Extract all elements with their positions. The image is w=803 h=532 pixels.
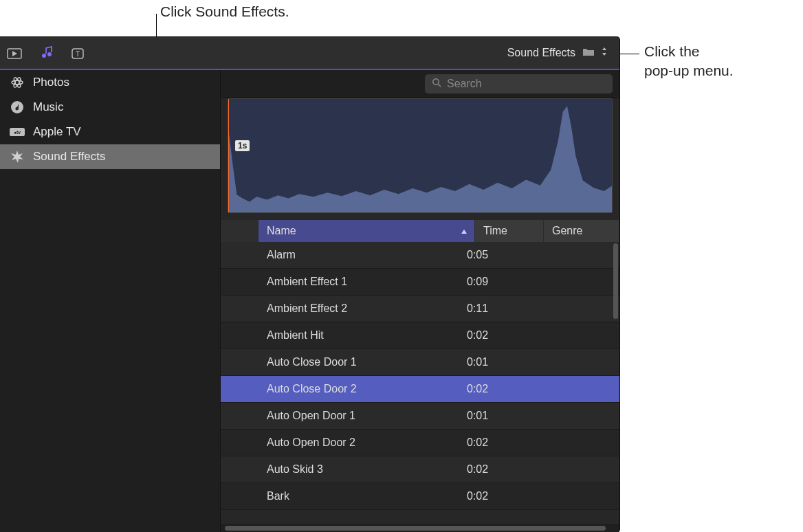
sort-ascending-icon <box>461 225 468 237</box>
time-cell: 0:01 <box>459 356 536 368</box>
time-cell: 0:02 <box>459 383 536 395</box>
column-name-label: Name <box>267 225 296 237</box>
table-row[interactable]: Auto Close Door 10:01 <box>221 349 619 376</box>
name-cell: Auto Close Door 1 <box>258 356 459 368</box>
table-row[interactable]: Auto Open Door 10:01 <box>221 403 619 430</box>
sidebar: PhotosMusic●tvApple TVSound Effects <box>0 70 221 532</box>
table-row[interactable]: Auto Close Door 20:02 <box>221 376 619 403</box>
svg-point-3 <box>47 52 52 56</box>
topbar: T Sound Effects <box>0 37 619 70</box>
search-input[interactable]: Search <box>425 74 613 93</box>
sidebar-item-photos[interactable]: Photos <box>0 70 220 95</box>
waveform-preview[interactable]: 1s <box>228 98 613 213</box>
searchbar: Search <box>221 70 619 98</box>
appletv-icon: ●tv <box>10 126 25 138</box>
library-icon[interactable] <box>7 45 22 60</box>
name-cell: Auto Close Door 2 <box>258 383 459 395</box>
svg-marker-20 <box>461 230 467 234</box>
vertical-scrollbar[interactable] <box>613 243 618 319</box>
svg-point-2 <box>42 54 46 58</box>
name-cell: Ambient Effect 2 <box>258 302 459 315</box>
callout-click-popup: Click the pop-up menu. <box>644 42 734 81</box>
callout-line1: Click the <box>644 43 700 59</box>
table-row[interactable]: Ambient Effect 10:09 <box>221 269 619 296</box>
folder-icon <box>582 47 595 59</box>
music-icon <box>10 101 25 113</box>
column-time-label: Time <box>483 225 507 237</box>
callout-leader-right <box>617 54 639 54</box>
waveform-icon <box>228 99 613 212</box>
name-cell: Auto Skid 3 <box>258 463 459 476</box>
sidebar-item-label: Apple TV <box>33 125 81 139</box>
callout-click-sound-effects: Click Sound Effects. <box>160 2 289 21</box>
name-cell: Auto Open Door 2 <box>258 436 459 449</box>
sidebar-item-apple-tv[interactable]: ●tvApple TV <box>0 120 220 144</box>
time-cell: 0:05 <box>459 249 536 261</box>
search-icon <box>432 78 441 90</box>
table-row[interactable]: Ambient Hit0:02 <box>221 322 619 349</box>
svg-text:T: T <box>76 50 80 58</box>
column-play[interactable] <box>221 220 258 242</box>
time-cell: 0:01 <box>459 410 536 422</box>
svg-marker-6 <box>602 47 606 50</box>
name-cell: Alarm <box>258 249 459 261</box>
table-row[interactable]: Auto Skid 30:02 <box>221 456 619 483</box>
time-cell: 0:11 <box>459 302 536 315</box>
table-row[interactable]: Ambient Effect 20:11 <box>221 296 619 322</box>
svg-text:●tv: ●tv <box>14 130 21 135</box>
time-cell: 0:02 <box>459 329 536 342</box>
svg-marker-15 <box>11 151 23 163</box>
horizontal-scrollbar[interactable] <box>221 524 619 532</box>
column-genre-label: Genre <box>552 225 582 237</box>
column-time[interactable]: Time <box>475 220 544 242</box>
time-cell: 0:02 <box>459 436 536 449</box>
media-browser-icon[interactable] <box>38 45 54 60</box>
time-marker: 1s <box>235 140 250 151</box>
time-cell: 0:02 <box>459 490 536 502</box>
svg-point-16 <box>433 79 439 85</box>
main-panel: Search 1s Name <box>221 70 619 532</box>
sidebar-item-label: Photos <box>33 76 69 89</box>
time-cell: 0:02 <box>459 463 536 476</box>
column-genre[interactable]: Genre <box>544 220 619 242</box>
sidebar-item-sound-effects[interactable]: Sound Effects <box>0 144 220 169</box>
name-cell: Ambient Effect 1 <box>258 276 459 288</box>
svg-marker-7 <box>602 53 606 56</box>
burst-icon <box>10 151 25 163</box>
table-row[interactable]: Auto Open Door 20:02 <box>221 430 619 456</box>
table-body: Alarm0:05Ambient Effect 10:09Ambient Eff… <box>221 242 619 524</box>
titles-icon[interactable]: T <box>70 45 85 60</box>
svg-marker-1 <box>12 51 17 56</box>
table-row[interactable]: Alarm0:05 <box>221 242 619 269</box>
sidebar-item-label: Sound Effects <box>33 150 106 164</box>
sidebar-item-label: Music <box>33 100 63 114</box>
app-window: T Sound Effects PhotosMusic●tvApple TVSo… <box>0 37 619 532</box>
source-popup-menu[interactable]: Sound Effects <box>502 44 613 62</box>
name-cell: Bark <box>258 490 459 502</box>
time-cell: 0:09 <box>459 276 536 288</box>
callout-line2: pop-up menu. <box>644 63 734 78</box>
column-name[interactable]: Name <box>258 220 475 242</box>
photos-icon <box>10 76 25 89</box>
svg-line-17 <box>439 85 441 87</box>
table-row[interactable]: Bark0:02 <box>221 483 619 510</box>
name-cell: Auto Open Door 1 <box>258 410 459 422</box>
popup-chevrons-icon <box>602 47 607 59</box>
svg-point-9 <box>12 80 23 85</box>
search-placeholder: Search <box>447 78 482 90</box>
table-header: Name Time Genre <box>221 220 619 242</box>
sidebar-item-music[interactable]: Music <box>0 95 220 120</box>
name-cell: Ambient Hit <box>258 329 459 342</box>
popup-label: Sound Effects <box>507 47 575 59</box>
